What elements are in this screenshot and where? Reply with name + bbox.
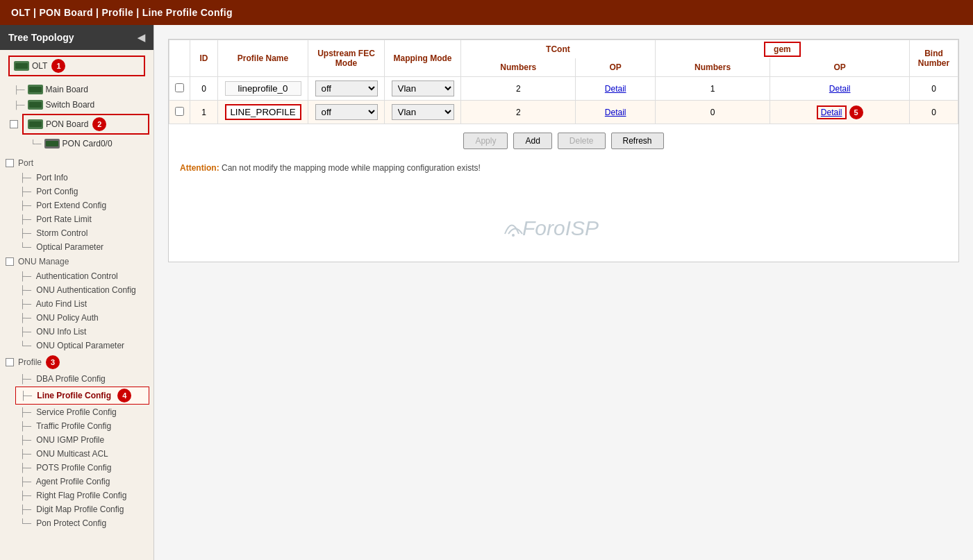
sidebar-item-digit-map-profile-config[interactable]: ├─ Digit Map Profile Config — [0, 502, 153, 516]
sidebar-header: Tree Topology ◀ — [0, 25, 153, 50]
connector: ├─ — [19, 504, 31, 514]
attention-label: Attention: — [180, 163, 219, 173]
tcont-numbers-0: 2 — [461, 77, 576, 101]
col-profile-name-header: Profile Name — [218, 40, 308, 77]
connector: ├─ — [19, 313, 31, 323]
olt-badge: 1 — [51, 59, 65, 73]
col-gem-numbers-header: Numbers — [655, 58, 770, 77]
sidebar-item-agent-profile-config[interactable]: ├─ Agent Profile Config — [0, 475, 153, 489]
sidebar-item-dba-profile-config[interactable]: ├─ DBA Profile Config — [0, 372, 153, 386]
apply-button[interactable]: Apply — [463, 133, 508, 149]
breadcrumb: OLT | PON Board | Profile | Line Profile… — [11, 7, 233, 18]
connector: ├─ — [19, 477, 31, 486]
fec-mode-select-0[interactable]: offon — [315, 80, 378, 96]
sidebar-item-optical-parameter[interactable]: └─ Optical Parameter — [0, 240, 153, 254]
connector: ├─ — [19, 285, 31, 295]
profile-badge: 3 — [46, 355, 60, 369]
profile-items-list: ├─ DBA Profile Config ├─ Line Profile Co… — [0, 372, 153, 530]
pon-card-icon — [44, 139, 60, 149]
connector: ├─ — [19, 187, 31, 196]
sidebar-item-onu-auth-config[interactable]: ├─ ONU Authentication Config — [0, 283, 153, 297]
col-id-header: ID — [190, 40, 218, 77]
col-tcont-header: TCont — [461, 40, 656, 59]
row-checkbox-1[interactable] — [175, 107, 184, 116]
port-section[interactable]: Port — [0, 155, 153, 171]
connector: ├─ — [19, 214, 31, 224]
profile-name-input-0[interactable] — [225, 81, 301, 96]
connector: └─ — [19, 518, 31, 528]
profile-name-input-1[interactable] — [225, 104, 301, 120]
connector: ├─ — [19, 435, 31, 445]
connector: └─ — [19, 242, 31, 252]
sidebar-item-right-flag-profile-config[interactable]: ├─ Right Flag Profile Config — [0, 489, 153, 502]
gem-detail-link-0[interactable]: Detail — [829, 84, 851, 94]
line-profile-badge: 4 — [117, 389, 131, 402]
profile-section-label: Profile — [18, 357, 42, 367]
sidebar-item-port-info[interactable]: ├─ Port Info — [0, 171, 153, 185]
delete-button[interactable]: Delete — [558, 133, 606, 149]
connector: ├─ — [19, 407, 31, 417]
sidebar-item-traffic-profile-config[interactable]: ├─ Traffic Profile Config — [0, 419, 153, 433]
mapping-mode-select-0[interactable]: VlanGemportTLCont — [392, 80, 454, 96]
onu-manage-label: ONU Manage — [18, 257, 69, 266]
col-gem-op-header: OP — [770, 58, 910, 77]
sidebar-item-onu-igmp-profile[interactable]: ├─ ONU IGMP Profile — [0, 433, 153, 447]
refresh-button[interactable]: Refresh — [611, 133, 664, 149]
sidebar-item-onu-info-list[interactable]: ├─ ONU Info List — [0, 325, 153, 339]
sidebar-item-pots-profile-config[interactable]: ├─ POTS Profile Config — [0, 461, 153, 475]
main-board-icon — [28, 85, 43, 94]
sidebar-item-port-extend-config[interactable]: ├─ Port Extend Config — [0, 198, 153, 212]
sidebar-item-line-profile-config[interactable]: ├─ Line Profile Config 4 — [15, 387, 149, 405]
line-profile-table: ID Profile Name Upstream FEC Mode Mappin… — [169, 40, 958, 124]
pon-card-label: PON Card0/0 — [63, 139, 113, 149]
tcont-detail-link-1[interactable]: Detail — [605, 108, 626, 117]
tcont-numbers-1: 2 — [461, 101, 576, 124]
mapping-mode-select-1[interactable]: VlanGemportTLCont — [392, 104, 454, 120]
connector: ├─ — [19, 463, 31, 473]
profile-section-checkbox[interactable] — [6, 358, 14, 366]
sidebar-item-main-board[interactable]: ├─ Main Board — [0, 82, 153, 97]
onu-manage-checkbox[interactable] — [6, 257, 14, 266]
sidebar-item-pon-card[interactable]: └─ PON Card0/0 — [0, 136, 153, 151]
olt-label: OLT — [32, 61, 47, 71]
col-fec-mode-header: Upstream FEC Mode — [308, 40, 385, 77]
sidebar-item-auth-control[interactable]: ├─ Authentication Control — [0, 269, 153, 283]
sidebar-item-olt[interactable]: OLT 1 — [8, 56, 145, 76]
sidebar-item-switch-board[interactable]: ├─ Switch Board — [0, 97, 153, 112]
svg-text:ForoISP: ForoISP — [522, 217, 599, 239]
sidebar-item-port-rate-limit[interactable]: ├─ Port Rate Limit — [0, 212, 153, 226]
connector: ├─ — [19, 421, 31, 431]
svg-point-0 — [512, 234, 515, 237]
sidebar-item-auto-find-list[interactable]: ├─ Auto Find List — [0, 297, 153, 311]
sidebar-item-port-config[interactable]: ├─ Port Config — [0, 185, 153, 198]
pon-board-checkbox[interactable] — [10, 120, 18, 128]
pon-board-label: PON Board — [46, 119, 88, 129]
pon-board-icon — [28, 119, 43, 129]
row-id-1: 1 — [190, 101, 218, 124]
row-checkbox-0[interactable] — [175, 83, 184, 92]
connector: ├─ — [19, 201, 31, 210]
onu-items-list: ├─ Authentication Control ├─ ONU Authent… — [0, 269, 153, 353]
add-button[interactable]: Add — [513, 133, 551, 149]
port-section-label: Port — [18, 158, 33, 168]
switch-board-icon — [28, 100, 43, 110]
sidebar-item-pon-protect-config[interactable]: └─ Pon Protect Config — [0, 516, 153, 530]
gem-detail-link-1[interactable]: Detail — [817, 105, 847, 119]
tcont-detail-link-0[interactable]: Detail — [605, 84, 626, 94]
sidebar-item-onu-optical-param[interactable]: └─ ONU Optical Parameter — [0, 339, 153, 353]
sidebar-item-service-profile-config[interactable]: ├─ Service Profile Config — [0, 405, 153, 419]
sidebar-item-onu-multicast-acl[interactable]: ├─ ONU Multicast ACL — [0, 447, 153, 461]
bind-number-0: 0 — [910, 77, 958, 101]
port-section-checkbox[interactable] — [6, 159, 14, 167]
col-gem-header: gem — [655, 40, 909, 59]
sidebar-item-storm-control[interactable]: ├─ Storm Control — [0, 226, 153, 240]
fec-mode-select-1[interactable]: offon — [315, 104, 378, 120]
bind-number-1: 0 — [910, 101, 958, 124]
profile-section[interactable]: Profile 3 — [0, 353, 153, 372]
onu-manage-section[interactable]: ONU Manage — [0, 254, 153, 269]
col-tcont-numbers-header: Numbers — [461, 58, 576, 77]
sidebar-item-onu-policy-auth[interactable]: ├─ ONU Policy Auth — [0, 311, 153, 325]
sidebar-item-pon-board[interactable]: PON Board 2 — [22, 114, 149, 135]
sidebar-collapse-arrow[interactable]: ◀ — [138, 32, 145, 43]
connector: ├─ — [19, 228, 31, 238]
